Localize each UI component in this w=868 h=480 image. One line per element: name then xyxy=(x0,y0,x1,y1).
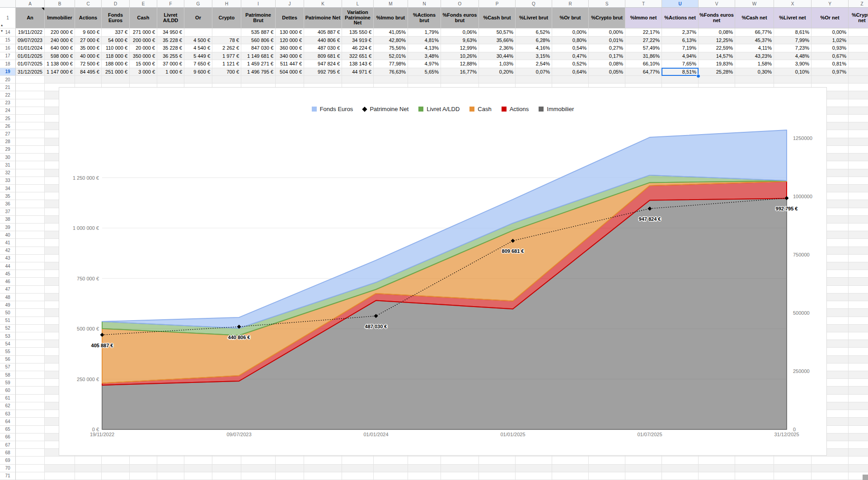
header-cell-G1[interactable]: Or xyxy=(184,8,212,28)
cell-O18[interactable]: 12,88% xyxy=(441,60,479,68)
select-all-corner[interactable] xyxy=(0,0,16,8)
cell-A31[interactable] xyxy=(16,161,45,169)
cell-N15[interactable]: 4,81% xyxy=(408,37,441,45)
cell-O14[interactable]: 0,06% xyxy=(441,28,479,37)
column-letter-B[interactable]: B xyxy=(45,0,75,8)
cell-I16[interactable]: 847 030 € xyxy=(241,44,276,52)
row-number-21[interactable]: 21 xyxy=(0,84,16,91)
cell-Y15[interactable]: 1,02% xyxy=(812,37,849,45)
cell-Z50[interactable] xyxy=(849,309,868,317)
cell-A51[interactable] xyxy=(16,317,45,325)
cell-H69[interactable] xyxy=(212,457,241,464)
cell-Z34[interactable] xyxy=(849,185,868,192)
cell-V14[interactable]: 0,08% xyxy=(699,28,735,37)
cell-S20[interactable] xyxy=(589,76,625,84)
cell-T14[interactable]: 22,17% xyxy=(625,28,662,37)
cell-F15[interactable]: 35 228 € xyxy=(157,37,184,45)
cell-F17[interactable]: 36 255 € xyxy=(157,52,184,61)
cell-Z23[interactable] xyxy=(849,99,868,107)
cell-B19[interactable]: 1 147 000 € xyxy=(45,68,75,76)
cell-G71[interactable] xyxy=(184,472,212,480)
cell-N19[interactable]: 5,65% xyxy=(408,68,441,76)
cell-X16[interactable]: 7,23% xyxy=(774,44,812,52)
cell-N14[interactable]: 1,79% xyxy=(408,28,441,37)
cell-A14[interactable]: 19/11/2022 xyxy=(16,28,45,37)
cell-D71[interactable] xyxy=(102,472,130,480)
cell-P14[interactable]: 50,57% xyxy=(479,28,516,37)
unhide-rows-up-icon[interactable]: ▴ xyxy=(1,23,3,27)
column-letter-D[interactable]: D xyxy=(102,0,130,8)
cell-A21[interactable] xyxy=(16,84,45,91)
header-cell-A1[interactable]: An xyxy=(16,8,45,28)
cell-E14[interactable]: 271 000 € xyxy=(130,28,157,37)
scrollbar-corner[interactable] xyxy=(863,475,868,480)
cell-A41[interactable] xyxy=(16,239,45,247)
cell-C18[interactable]: 72 500 € xyxy=(75,60,102,68)
row-number-31[interactable]: 31 xyxy=(0,161,16,169)
cell-V18[interactable]: 19,83% xyxy=(699,60,735,68)
cell-T16[interactable]: 57,49% xyxy=(625,44,662,52)
cell-A66[interactable] xyxy=(16,433,45,441)
cell-D14[interactable]: 337 € xyxy=(102,28,130,37)
cell-Z22[interactable] xyxy=(849,91,868,99)
cell-I20[interactable] xyxy=(241,76,276,84)
cell-R69[interactable] xyxy=(552,457,589,464)
header-cell-I1[interactable]: Patrimoine Brut xyxy=(241,8,276,28)
cell-A40[interactable] xyxy=(16,231,45,239)
cell-G20[interactable] xyxy=(184,76,212,84)
cell-A54[interactable] xyxy=(16,340,45,348)
unhide-rows-down-icon[interactable]: ▾ xyxy=(1,29,3,33)
cell-V15[interactable]: 12,25% xyxy=(699,37,735,45)
cell-M17[interactable]: 52,01% xyxy=(374,52,408,61)
row-number-60[interactable]: 60 xyxy=(0,387,16,394)
cell-L14[interactable]: 135 550 € xyxy=(342,28,374,37)
cell-Z20[interactable] xyxy=(849,76,868,84)
cell-T71[interactable] xyxy=(625,472,662,480)
cell-J19[interactable]: 504 000 € xyxy=(276,68,304,76)
cell-X69[interactable] xyxy=(774,457,812,464)
cell-K69[interactable] xyxy=(304,457,342,464)
cell-V71[interactable] xyxy=(699,472,735,480)
cell-A65[interactable] xyxy=(16,426,45,433)
cell-Z56[interactable] xyxy=(849,356,868,363)
cell-F14[interactable]: 34 950 € xyxy=(157,28,184,37)
row-number-23[interactable]: 23 xyxy=(0,99,16,107)
cell-I15[interactable]: 560 806 € xyxy=(241,37,276,45)
cell-V69[interactable] xyxy=(699,457,735,464)
header-cell-C1[interactable]: Actions xyxy=(75,8,102,28)
cell-T15[interactable]: 27,22% xyxy=(625,37,662,45)
row-number-59[interactable]: 59 xyxy=(0,379,16,387)
header-cell-K1[interactable]: Patrimoine Net xyxy=(304,8,342,28)
cell-V19[interactable]: 25,28% xyxy=(699,68,735,76)
cell-N20[interactable] xyxy=(408,76,441,84)
column-letter-N[interactable]: N xyxy=(408,0,441,8)
column-letter-G[interactable]: G xyxy=(184,0,212,8)
column-letter-E[interactable]: E xyxy=(130,0,157,8)
cell-P17[interactable]: 30,44% xyxy=(479,52,516,61)
column-letter-Z[interactable]: Z xyxy=(849,0,868,8)
cell-X70[interactable] xyxy=(774,465,812,472)
cell-W71[interactable] xyxy=(735,472,774,480)
cell-A20[interactable] xyxy=(16,76,45,84)
cell-Z40[interactable] xyxy=(849,231,868,239)
cell-T20[interactable] xyxy=(625,76,662,84)
row-number-48[interactable]: 48 xyxy=(0,294,16,301)
cell-K19[interactable]: 992 795 € xyxy=(304,68,342,76)
cell-A56[interactable] xyxy=(16,356,45,363)
row-number-28[interactable]: 28 xyxy=(0,138,16,146)
cell-A47[interactable] xyxy=(16,286,45,294)
row-number-47[interactable]: 47 xyxy=(0,286,16,294)
cell-Z61[interactable] xyxy=(849,395,868,402)
cell-V16[interactable]: 22,59% xyxy=(699,44,735,52)
cell-U17[interactable]: 4,94% xyxy=(662,52,699,61)
cell-I17[interactable]: 1 149 681 € xyxy=(241,52,276,61)
cell-W14[interactable]: 66,77% xyxy=(735,28,774,37)
cell-N18[interactable]: 4,97% xyxy=(408,60,441,68)
row-number-52[interactable]: 52 xyxy=(0,325,16,332)
row-number-54[interactable]: 54 xyxy=(0,340,16,348)
cell-H15[interactable]: 78 € xyxy=(212,37,241,45)
header-cell-T1[interactable]: %Immo net xyxy=(625,8,662,28)
row-number-49[interactable]: 49 xyxy=(0,301,16,309)
cell-Z37[interactable] xyxy=(849,208,868,216)
row-number-56[interactable]: 56 xyxy=(0,356,16,363)
